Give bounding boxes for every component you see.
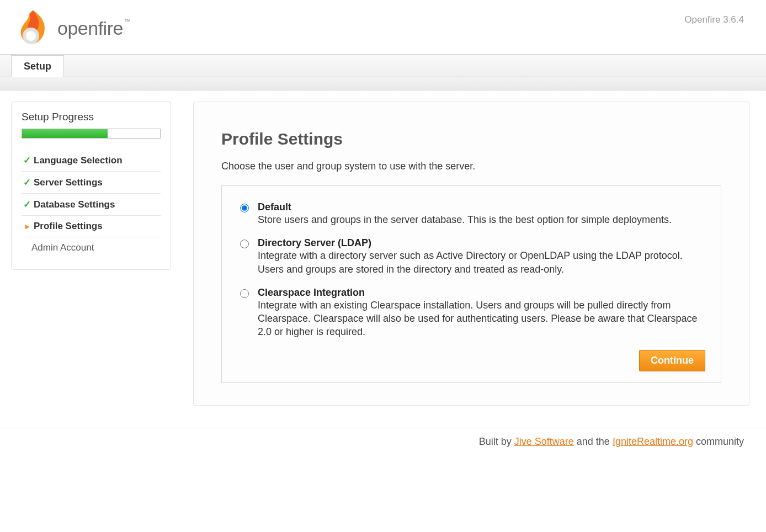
option-ldap: Directory Server (LDAP)Integrate with a … (237, 237, 705, 276)
progress-fill (22, 129, 108, 138)
step-label: Admin Account (31, 242, 94, 253)
footer-link-jive[interactable]: Jive Software (514, 436, 574, 447)
check-icon: ✓ (23, 199, 31, 210)
continue-button[interactable]: Continue (639, 350, 705, 371)
content-card: Profile Settings Choose the user and gro… (193, 102, 749, 406)
step-list: ✓Language Selection✓Server Settings✓Data… (22, 150, 161, 258)
step-label: Language Selection (34, 155, 123, 166)
step-label: Server Settings (34, 177, 103, 188)
sub-tab-bar (0, 77, 766, 91)
sidebar-step-admin-account[interactable]: Admin Account (22, 237, 161, 258)
footer-suffix: community (696, 436, 744, 447)
option-clearspace-desc: Integrate with an existing Clearspace in… (258, 299, 705, 339)
page-title: Profile Settings (221, 130, 721, 148)
footer-prefix: Built by (479, 436, 514, 447)
sidebar-title: Setup Progress (22, 111, 161, 123)
current-step-icon: ▸ (23, 222, 31, 231)
sidebar-step-server-settings[interactable]: ✓Server Settings (22, 172, 161, 194)
option-ldap-title: Directory Server (LDAP) (258, 237, 705, 249)
options-box: DefaultStore users and groups in the ser… (221, 185, 721, 383)
option-default-desc: Store users and groups in the server dat… (258, 213, 672, 226)
flame-icon (17, 8, 50, 49)
step-label: Profile Settings (34, 221, 103, 232)
footer: Built by Jive Software and the IgniteRea… (0, 428, 766, 464)
check-icon: ✓ (23, 155, 31, 166)
footer-middle: and the (577, 436, 613, 447)
option-default-radio[interactable] (240, 204, 249, 212)
option-clearspace-title: Clearspace Integration (258, 287, 705, 299)
tab-bar: Setup (0, 54, 766, 77)
logo: openfire™ (17, 8, 749, 49)
version-label: Openfire 3.6.4 (684, 14, 744, 25)
sidebar-step-profile-settings[interactable]: ▸Profile Settings (22, 216, 161, 237)
option-default: DefaultStore users and groups in the ser… (237, 201, 705, 226)
check-icon: ✓ (23, 177, 31, 188)
sidebar-step-language-selection[interactable]: ✓Language Selection (22, 150, 161, 172)
sidebar: Setup Progress ✓Language Selection✓Serve… (11, 102, 171, 270)
sidebar-step-database-settings[interactable]: ✓Database Settings (22, 194, 161, 216)
option-clearspace: Clearspace IntegrationIntegrate with an … (237, 287, 705, 339)
page-intro: Choose the user and group system to use … (221, 161, 721, 172)
tab-setup[interactable]: Setup (11, 55, 64, 77)
step-label: Database Settings (34, 199, 115, 210)
option-ldap-desc: Integrate with a directory server such a… (258, 249, 705, 276)
option-default-title: Default (258, 201, 672, 213)
option-clearspace-radio[interactable] (240, 289, 249, 298)
product-name: openfire™ (57, 18, 130, 39)
footer-link-ignite[interactable]: IgniteRealtime.org (613, 436, 693, 447)
progress-bar (22, 129, 161, 139)
header: openfire™ Openfire 3.6.4 (0, 0, 766, 54)
option-ldap-radio[interactable] (240, 240, 249, 248)
